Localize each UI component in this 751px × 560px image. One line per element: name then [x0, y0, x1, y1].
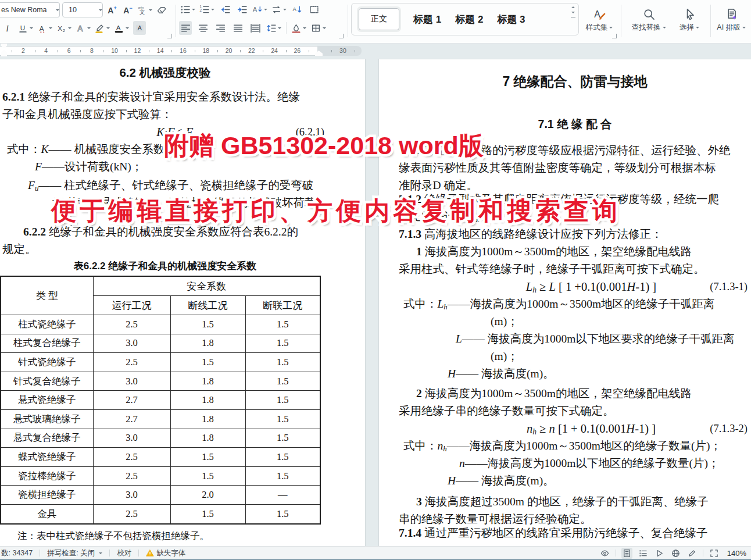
align-right-icon — [216, 23, 226, 33]
gallery-more-button[interactable] — [571, 17, 575, 19]
missing-font-warning[interactable]: 缺失字体 — [139, 548, 192, 558]
warning-icon — [146, 549, 154, 557]
left-indent-marker[interactable] — [1, 54, 7, 56]
asian-layout-button[interactable] — [271, 2, 287, 16]
zoom-level[interactable]: 140% — [727, 549, 746, 558]
font-name-select[interactable]: es New Roma — [0, 2, 60, 17]
character-shading-icon: A — [135, 23, 145, 33]
align-left-icon — [181, 23, 191, 33]
left-page-text: 6.2 机械强度校验6.2.1 绝缘子和金具的安装设计宜采用安全系数设计法。绝缘… — [2, 63, 328, 274]
align-center-icon — [198, 23, 208, 33]
swap-arrows-icon — [271, 5, 281, 15]
fullscreen-button[interactable] — [709, 548, 720, 559]
svg-text:I: I — [5, 24, 9, 33]
distribute-button[interactable] — [249, 21, 262, 35]
shading-color-button[interactable] — [291, 21, 306, 35]
svg-text:U: U — [20, 24, 25, 31]
justify-icon — [233, 23, 243, 33]
increase-font-button[interactable]: A+ — [106, 3, 119, 17]
chevron-down-icon — [56, 9, 59, 13]
highlight-color-button[interactable] — [95, 21, 110, 35]
svg-text:X: X — [58, 24, 62, 31]
increase-indent-button[interactable] — [235, 2, 248, 16]
style-heading3[interactable]: 标题 3 — [497, 13, 525, 26]
shading-icon — [291, 23, 301, 33]
align-center-button[interactable] — [196, 21, 209, 35]
style-heading1[interactable]: 标题 1 — [413, 13, 441, 26]
text-effects-button[interactable]: A — [76, 21, 91, 35]
toolbar-divider — [621, 5, 621, 37]
web-view-button[interactable] — [670, 548, 681, 559]
sort-icon: A — [292, 5, 302, 15]
play-view-button[interactable] — [654, 548, 665, 559]
character-shading-button[interactable]: A — [133, 21, 146, 35]
svg-text:A: A — [292, 6, 296, 12]
proofing-button[interactable]: 校对 — [110, 548, 138, 558]
numbering-button[interactable]: 12 — [199, 2, 214, 16]
horizontal-ruler: 246810121416182022242630 — [0, 43, 751, 58]
layout-button[interactable]: A 排版 — [746, 2, 751, 38]
borders-button[interactable] — [311, 21, 326, 35]
style-set-icon: A — [593, 8, 606, 20]
word-count[interactable]: 数: 34347 — [0, 548, 40, 558]
find-replace-button[interactable]: 查找替换 — [623, 2, 674, 38]
line-spacing-button[interactable] — [266, 21, 281, 35]
cursor-arrow-icon — [684, 8, 696, 20]
numbered-list-icon: 12 — [199, 5, 209, 15]
italic-icon: I — [3, 23, 13, 33]
svg-text:A: A — [116, 23, 121, 31]
text-effects-icon: A — [76, 23, 85, 33]
phonetic-guide-button[interactable]: wén文 — [137, 3, 152, 17]
style-normal[interactable]: 正文 — [359, 8, 399, 30]
svg-text:A: A — [40, 24, 44, 31]
line-spacing-icon — [266, 23, 276, 33]
ai-document-icon — [725, 8, 738, 20]
font-size-select[interactable]: 10 — [62, 2, 103, 17]
decrease-font-button[interactable]: A− — [121, 3, 134, 17]
gallery-scroll-up[interactable] — [571, 5, 575, 8]
ai-layout-button[interactable]: AI 排版 — [713, 2, 750, 38]
decrease-indent-button[interactable] — [219, 2, 231, 16]
page-view-icon — [623, 549, 631, 558]
font-color-icon: A — [114, 23, 124, 33]
eye-protection-button[interactable] — [599, 548, 610, 559]
increase-indent-icon — [237, 5, 247, 15]
paragraph-dialog-launcher[interactable] — [339, 34, 344, 38]
styles-dialog-launcher[interactable] — [612, 34, 617, 38]
outline-view-button[interactable] — [638, 548, 649, 559]
font-color-button[interactable]: A — [114, 21, 129, 35]
clear-format-button[interactable] — [155, 3, 168, 17]
ribbon-toolbar: es New Roma 10 A+ A− wén文 I U A X2 A A A… — [0, 0, 751, 44]
decrease-indent-icon — [220, 5, 230, 15]
spellcheck-status[interactable]: 拼写检查: 关闭 — [40, 548, 109, 558]
style-heading2[interactable]: 标题 2 — [455, 13, 483, 26]
align-left-button[interactable] — [179, 21, 192, 35]
table-note: 注：表中柱式瓷绝缘子不包括瓷横担绝缘子。 — [2, 529, 328, 544]
style-set-button[interactable]: A 样式集 — [582, 2, 616, 38]
emphasis-mark-button[interactable]: A — [37, 21, 52, 35]
edit-mode-button[interactable] — [686, 548, 698, 559]
select-button[interactable]: 选择 — [672, 2, 707, 38]
distribute-icon — [251, 23, 260, 33]
underline-button[interactable]: U — [18, 21, 33, 35]
formatting-marks-icon — [309, 5, 319, 15]
show-marks-button[interactable] — [307, 2, 320, 16]
globe-icon — [671, 549, 680, 558]
page-view-button[interactable] — [621, 548, 632, 559]
subscript-button[interactable]: X2 — [56, 21, 71, 35]
eraser-icon — [157, 5, 167, 15]
sort-button[interactable]: A — [291, 2, 303, 16]
font-dialog-launcher[interactable] — [167, 34, 172, 38]
align-right-button[interactable] — [214, 21, 227, 35]
search-icon — [643, 8, 655, 20]
bullets-button[interactable] — [180, 2, 195, 16]
eye-icon — [600, 549, 609, 558]
text-direction-button[interactable]: A — [252, 2, 267, 16]
italic-button[interactable]: I — [1, 21, 14, 35]
gallery-scroll-down[interactable] — [571, 12, 575, 15]
emphasis-mark-icon: A — [37, 23, 47, 33]
toolbar-divider — [348, 5, 348, 37]
svg-text:文: 文 — [140, 9, 145, 15]
watermark-line1: 附赠 GB51302-2018 word版附赠 GB51302-2018 wor… — [164, 129, 484, 163]
justify-button[interactable] — [231, 21, 244, 35]
